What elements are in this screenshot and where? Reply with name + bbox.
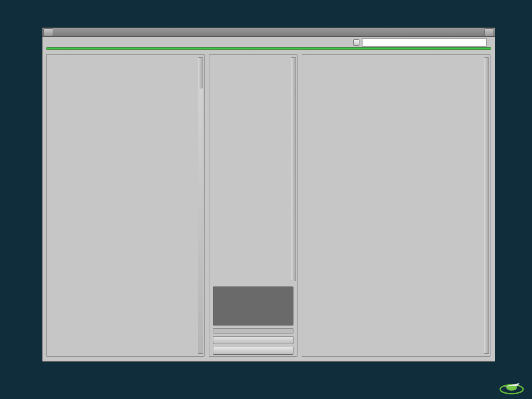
- close-button-right[interactable]: [484, 28, 494, 36]
- watermark: [498, 377, 528, 396]
- group-list-area: [209, 54, 297, 284]
- joystick-equipment-window: [42, 27, 495, 362]
- main-content: [42, 50, 495, 361]
- delete-assignment-button[interactable]: [213, 336, 293, 344]
- command-path-input[interactable]: [362, 39, 487, 46]
- scrollbar[interactable]: [291, 57, 296, 281]
- key-list-panel: [46, 54, 204, 357]
- scrollbar[interactable]: [198, 57, 203, 354]
- command-list-panel: [302, 54, 490, 357]
- scrollbar[interactable]: [484, 57, 489, 354]
- titlebar: [42, 28, 495, 37]
- watermark-logo-icon: [498, 377, 525, 396]
- plugin-command-area: [353, 39, 491, 46]
- custom-commands-checkbox[interactable]: [353, 39, 359, 46]
- close-button-left[interactable]: [43, 28, 53, 36]
- group-panel: [209, 54, 297, 357]
- instructions-text: [213, 328, 293, 333]
- selection-info-box: [213, 287, 293, 325]
- tab-strip: [42, 37, 495, 46]
- add-assignment-button[interactable]: [213, 347, 293, 355]
